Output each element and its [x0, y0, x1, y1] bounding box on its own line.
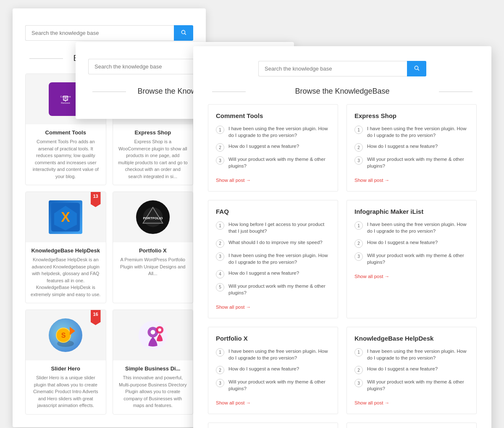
svg-point-35: [415, 66, 418, 69]
plugin-card-body-comment-tools: Comment Tools Comment Tools Pro adds an …: [26, 124, 106, 185]
plugin-card-simple-biz[interactable]: Simple Business Di... This innovative an…: [113, 310, 194, 415]
show-all-portfolio-x[interactable]: Show all post: [216, 400, 251, 405]
kb-item: 1 I have been using the free version plu…: [354, 125, 469, 139]
plugin-name-portfolio-x: Portfolio X: [118, 247, 188, 254]
plugin-desc-express-shop: Express Shop is a WooCommerce plugin to …: [118, 138, 188, 180]
kb-item: 1 How long before I get access to your p…: [216, 221, 330, 234]
plugin-desc-simple-biz: This innovative and powerful, Multi-purp…: [118, 374, 188, 409]
card-layer-front: Browse the KnowledgeBase Comment Tools 1…: [193, 46, 491, 428]
kb-item: 3 Will your product work with my theme &…: [354, 378, 469, 392]
plugin-desc-slider-hero: Slider Hero is a unique slider plugin th…: [31, 374, 101, 409]
svg-marker-27: [70, 327, 75, 335]
plugin-card-portfolio-x[interactable]: PORTFOLIO Portfolio X A Premium WordPres…: [113, 192, 194, 303]
icon-slider-hero: S: [49, 318, 82, 352]
show-all-kb-helpdesk[interactable]: Show all post: [354, 400, 389, 405]
plugin-card-body-simple-biz: Simple Business Di... This innovative an…: [113, 360, 193, 414]
plugin-card-body-slider-hero: Slider Hero Slider Hero is a unique slid…: [26, 360, 106, 414]
plugin-name-simple-biz: Simple Business Di...: [118, 365, 188, 372]
kb-item: 1 I have been using the free version plu…: [354, 348, 469, 361]
show-all-comment-tools[interactable]: Show all post: [216, 178, 251, 183]
kb-item: 2 How do I suggest a new feature?: [354, 239, 469, 248]
plugin-grid: 12 Comment Link Remove Comment Tools Com…: [25, 74, 193, 415]
kb-item: 2 How do I suggest a new feature?: [354, 365, 469, 374]
search-bar-front: [258, 61, 426, 76]
svg-point-32: [158, 328, 161, 331]
show-all-express-shop[interactable]: Show all post: [354, 178, 389, 183]
show-all-infographic[interactable]: Show all post: [354, 274, 389, 279]
plugin-card-image-simple-biz: [113, 310, 193, 360]
kb-item: 3 Will your product work with my theme &…: [216, 378, 330, 392]
show-all-faq[interactable]: Show all post: [216, 305, 251, 310]
kb-item: 2 What should I do to improve my site sp…: [216, 239, 330, 248]
icon-simple-biz: [136, 318, 170, 352]
kb-item: 3 I have been using the free version plu…: [216, 252, 330, 265]
svg-text:PORTFOLIO: PORTFOLIO: [143, 216, 163, 220]
plugin-card-image-portfolio-x: PORTFOLIO: [113, 192, 193, 242]
kb-item: 1 I have been using the free version plu…: [354, 221, 469, 234]
search-input-front[interactable]: [258, 61, 407, 76]
plugin-card-image-slider-hero: 16 S: [26, 310, 106, 360]
icon-portfolio-x: PORTFOLIO: [136, 200, 170, 234]
browse-title-front: Browse the KnowledgeBase: [208, 87, 477, 96]
kb-section-title-faq: FAQ: [216, 208, 330, 215]
kb-item: 1 I have been using the free version plu…: [216, 348, 330, 361]
svg-text:S: S: [61, 332, 66, 339]
kb-section-faq: FAQ 1 How long before I get access to yo…: [208, 200, 338, 318]
plugin-card-slider-hero[interactable]: 16 S Slider Hero Slider Hero is a unique…: [25, 310, 106, 415]
kb-section-kb-helpdesk: KnowledgeBase HelpDesk 1 I have been usi…: [346, 327, 477, 414]
badge-kb-helpdesk: 13: [91, 192, 101, 207]
svg-text:Remove: Remove: [61, 102, 70, 104]
plugin-name-slider-hero: Slider Hero: [31, 365, 101, 372]
icon-kb-helpdesk: X: [49, 200, 82, 234]
kb-item: 2 How do I suggest a new feature?: [354, 143, 469, 152]
kb-item: 3 Will your product work with my theme &…: [354, 156, 469, 169]
svg-text:X: X: [61, 210, 70, 225]
kb-section-simple-biz: Simple Business Directory 1 I have been …: [346, 423, 477, 428]
svg-point-30: [150, 330, 155, 334]
plugin-card-body-kb-helpdesk: KnowledgeBase HelpDesk KnowledgeBase Hel…: [26, 242, 106, 303]
badge-slider-hero: 16: [91, 310, 101, 325]
kb-section-comment-tools: Comment Tools 1 I have been using the fr…: [208, 104, 338, 192]
plugin-name-express-shop: Express Shop: [118, 129, 188, 136]
plugin-desc-comment-tools: Comment Tools Pro adds an arsenal of pra…: [31, 138, 101, 180]
plugin-desc-portfolio-x: A Premium WordPress Portfolio Plugin wit…: [118, 256, 188, 277]
kb-section-title-comment-tools: Comment Tools: [216, 112, 330, 119]
kb-item: 3 Will your product work with my theme &…: [354, 252, 469, 265]
kb-section-simple-link: Simple Link Directory 1 I have been usin…: [208, 423, 338, 428]
search-input-back[interactable]: [25, 25, 174, 41]
search-button-front[interactable]: [407, 61, 426, 76]
plugin-card-body-express-shop: Express Shop Express Shop is a WooCommer…: [113, 124, 193, 185]
kb-section-portfolio-x: Portfolio X 1 I have been using the free…: [208, 327, 338, 414]
svg-point-0: [181, 30, 185, 34]
kb-section-express-shop: Express Shop 1 I have been using the fre…: [346, 104, 477, 192]
svg-line-1: [185, 34, 186, 35]
kb-section-title-infographic: Infographic Maker iList: [354, 208, 469, 215]
search-button-back[interactable]: [174, 25, 193, 41]
kb-sections-grid: Comment Tools 1 I have been using the fr…: [208, 104, 477, 428]
kb-section-title-express-shop: Express Shop: [354, 112, 469, 119]
plugin-card-body-portfolio-x: Portfolio X A Premium WordPress Portfoli…: [113, 242, 193, 282]
plugin-desc-kb-helpdesk: KnowledgeBase HelpDesk is an advanced Kn…: [31, 256, 101, 298]
kb-section-title-portfolio-x: Portfolio X: [216, 335, 330, 342]
kb-item: 2 How do I suggest a new feature?: [216, 365, 330, 374]
kb-item: 4 How do I suggest a new feature?: [216, 270, 330, 278]
kb-item: 3 Will your product work with my theme &…: [216, 156, 330, 169]
plugin-name-kb-helpdesk: KnowledgeBase HelpDesk: [31, 247, 101, 254]
kb-item: 1 I have been using the free version plu…: [216, 125, 330, 139]
plugin-card-image-kb-helpdesk: 13 X: [26, 192, 106, 242]
search-bar-back: [25, 25, 193, 41]
kb-section-infographic: Infographic Maker iList 1 I have been us…: [346, 200, 477, 318]
kb-item: 5 Will your product work with my theme &…: [216, 283, 330, 296]
kb-section-title-kb-helpdesk: KnowledgeBase HelpDesk: [354, 335, 469, 342]
plugin-name-comment-tools: Comment Tools: [31, 129, 101, 136]
kb-item: 2 How do I suggest a new feature?: [216, 143, 330, 152]
svg-line-36: [418, 69, 419, 71]
plugin-card-kb-helpdesk[interactable]: 13 X KnowledgeBase HelpDesk KnowledgeBas…: [25, 192, 106, 303]
